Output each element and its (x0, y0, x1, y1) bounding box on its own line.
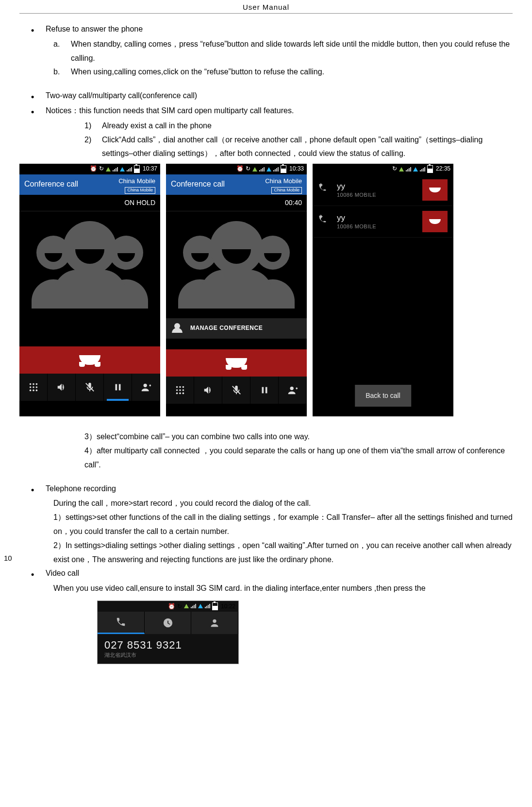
svg-point-21 (182, 392, 184, 394)
conference-participant-row[interactable]: yy 10086 MOBILE (313, 206, 453, 238)
section-twoway-title: Two-way call/multiparty call(conference … (46, 89, 513, 103)
screenshot-manage-list: ↻ 22:35 yy (313, 164, 453, 416)
speaker-button[interactable] (194, 377, 222, 404)
signal-bars-icon (113, 167, 118, 172)
svg-point-4 (33, 386, 34, 388)
sync-icon: ↻ (99, 164, 104, 174)
mute-button[interactable] (76, 374, 104, 401)
participant-name: yy (337, 182, 422, 191)
list-label-b: b. (53, 65, 71, 79)
alarm-icon: ⏰ (236, 164, 244, 174)
screenshot-dialer: ⏰ ↻ 10:22 027 8531 9321 湖北省武汉市 (97, 601, 239, 664)
add-call-button[interactable] (132, 374, 160, 401)
signal-bars-icon (406, 167, 411, 172)
split-call-icon[interactable] (318, 182, 331, 198)
hangup-icon (429, 219, 441, 224)
recording-p2: 1）settings>set other functions of the ca… (53, 511, 513, 539)
screenshot-row: ⏰ ↻ 10:37 Conference call China Mobile (19, 164, 513, 416)
page-number: 10 (4, 554, 12, 562)
tab-contacts[interactable] (191, 612, 238, 634)
bullet-icon: ● (19, 482, 46, 496)
list-label-a: a. (53, 37, 71, 66)
refuse-b-text: When using,calling comes,click on the “r… (71, 65, 513, 79)
svg-point-26 (213, 619, 216, 623)
end-participant-button[interactable] (422, 211, 448, 232)
svg-point-3 (29, 386, 31, 388)
dialed-location: 湖北省武汉市 (104, 652, 232, 659)
svg-point-1 (33, 383, 34, 385)
battery-icon (134, 165, 140, 173)
notices-text: Notices：this function needs that SIM car… (46, 104, 513, 118)
sync-icon: ↻ (246, 164, 250, 174)
dialer-tabs (98, 612, 238, 634)
section-refuse-title: Refuse to answer the phone (46, 22, 513, 36)
svg-rect-24 (265, 387, 267, 393)
status-time: 22:35 (436, 164, 450, 174)
dialer-number-row: 027 8531 9321 湖北省武汉市 (98, 634, 238, 664)
signal-icon (266, 167, 271, 172)
alarm-icon: ⏰ (168, 603, 175, 610)
document-body: ● Refuse to answer the phone a. When sta… (19, 14, 513, 596)
signal-bars-icon (205, 604, 210, 608)
svg-point-19 (176, 392, 178, 394)
list-label-2: 2) (84, 133, 102, 161)
list-label-1: 1) (84, 119, 102, 133)
signal-bars-icon (420, 167, 425, 172)
screenshot-conference-hold: ⏰ ↻ 10:37 Conference call China Mobile (19, 164, 160, 416)
split-call-icon[interactable] (318, 214, 331, 229)
call-status-bar: ON HOLD (19, 195, 160, 211)
twoway-1-text: Already exist a call in the phone (102, 119, 513, 133)
hold-button[interactable] (104, 374, 132, 401)
tab-recent[interactable] (145, 612, 192, 634)
alarm-icon: ⏰ (90, 164, 97, 174)
sync-icon: ↻ (177, 603, 182, 610)
twoway-3-text: 3）select“combine call”– you can combine … (84, 430, 513, 444)
bullet-icon: ● (19, 22, 46, 36)
speaker-button[interactable] (48, 374, 76, 401)
dialpad-button[interactable] (19, 374, 48, 401)
conference-avatar (19, 211, 160, 318)
svg-point-25 (290, 386, 293, 390)
manage-conference-button[interactable]: MANAGE CONFERENCE (166, 318, 307, 339)
hangup-icon (79, 355, 100, 365)
back-to-call-button[interactable]: Back to call (355, 385, 411, 407)
signal-icon (120, 167, 125, 172)
svg-point-5 (35, 386, 37, 388)
dialpad-button[interactable] (166, 377, 194, 404)
svg-rect-23 (262, 387, 264, 393)
hangup-button[interactable] (19, 346, 160, 374)
signal-icon (184, 604, 189, 608)
screenshot-conference-active: ⏰ ↻ 10:33 Conference call China Mobile (166, 164, 307, 416)
signal-bars-icon (273, 167, 279, 172)
sim-chip: China Mobile (125, 187, 155, 194)
participant-number: 10086 MOBILE (337, 192, 422, 198)
svg-point-6 (29, 390, 31, 392)
tab-phone[interactable] (98, 612, 145, 634)
svg-rect-11 (118, 384, 120, 391)
mute-button[interactable] (222, 377, 250, 404)
end-participant-button[interactable] (422, 179, 448, 201)
twoway-4-text: 4）after multiparty call connected ，you c… (84, 444, 513, 472)
status-time: 10:33 (289, 164, 304, 174)
conference-participant-row[interactable]: yy 10086 MOBILE (313, 174, 453, 206)
section-recording-title: Telephone recording (46, 482, 513, 496)
svg-rect-10 (115, 384, 117, 391)
group-icon (171, 324, 183, 333)
battery-icon (427, 165, 433, 173)
add-call-button[interactable] (279, 377, 307, 404)
svg-point-8 (35, 390, 37, 392)
svg-point-15 (182, 386, 184, 388)
call-title-bar: Conference call China Mobile China Mobil… (166, 174, 307, 195)
signal-icon (106, 167, 111, 172)
bullet-icon: ● (19, 567, 46, 581)
svg-point-20 (179, 392, 181, 394)
hangup-button[interactable] (166, 349, 307, 377)
call-title-bar: Conference call China Mobile China Mobil… (19, 174, 160, 195)
battery-icon (212, 602, 218, 610)
svg-point-14 (179, 386, 181, 388)
svg-point-0 (29, 383, 31, 385)
hold-button[interactable] (250, 377, 279, 404)
battery-icon (281, 165, 286, 173)
recording-p1: During the call，more>start record，you co… (53, 497, 513, 511)
signal-icon (399, 167, 404, 172)
